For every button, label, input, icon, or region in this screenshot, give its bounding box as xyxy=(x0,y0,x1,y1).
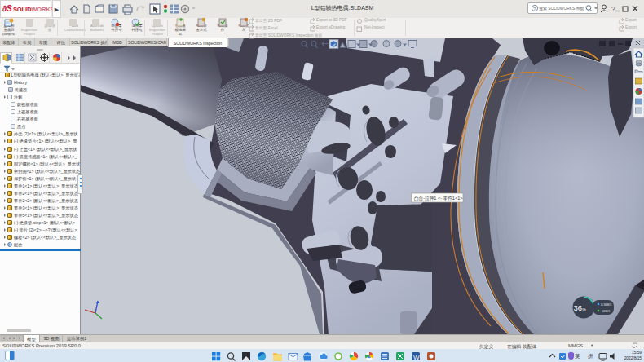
svg-text:?: ? xyxy=(533,7,536,11)
svg-text:搜索 SOLIDWORKS 帮助: 搜索 SOLIDWORKS 帮助 xyxy=(539,6,584,11)
svg-text:?: ? xyxy=(611,5,615,13)
svg-text:W: W xyxy=(413,354,420,361)
